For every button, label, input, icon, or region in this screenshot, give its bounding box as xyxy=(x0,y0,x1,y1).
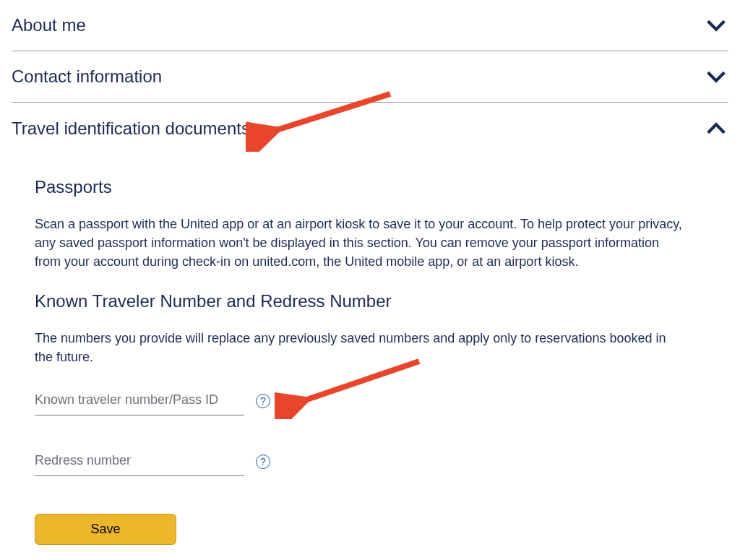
ktn-heading: Known Traveler Number and Redress Number xyxy=(35,291,705,311)
passports-heading: Passports xyxy=(35,177,705,197)
ktn-input-row: ? xyxy=(35,387,705,415)
redress-input[interactable] xyxy=(35,447,244,476)
ktn-body: The numbers you provide will replace any… xyxy=(35,329,685,366)
passports-body: Scan a passport with the United app or a… xyxy=(35,215,685,271)
section-about[interactable]: About me xyxy=(12,0,728,51)
ktn-input[interactable] xyxy=(35,387,244,415)
section-travel-docs[interactable]: Travel identification documents xyxy=(12,102,728,154)
save-button[interactable]: Save xyxy=(35,514,176,545)
help-icon[interactable]: ? xyxy=(256,455,270,469)
section-title-contact: Contact information xyxy=(12,66,162,87)
chevron-up-icon xyxy=(704,116,728,141)
help-icon[interactable]: ? xyxy=(256,394,270,408)
chevron-down-icon xyxy=(704,13,728,38)
section-title-travel-docs: Travel identification documents xyxy=(12,119,250,139)
chevron-down-icon xyxy=(704,64,728,89)
redress-input-row: ? xyxy=(35,447,705,476)
travel-docs-content: Passports Scan a passport with the Unite… xyxy=(12,154,728,545)
section-title-about: About me xyxy=(12,15,86,35)
section-contact[interactable]: Contact information xyxy=(12,51,728,103)
